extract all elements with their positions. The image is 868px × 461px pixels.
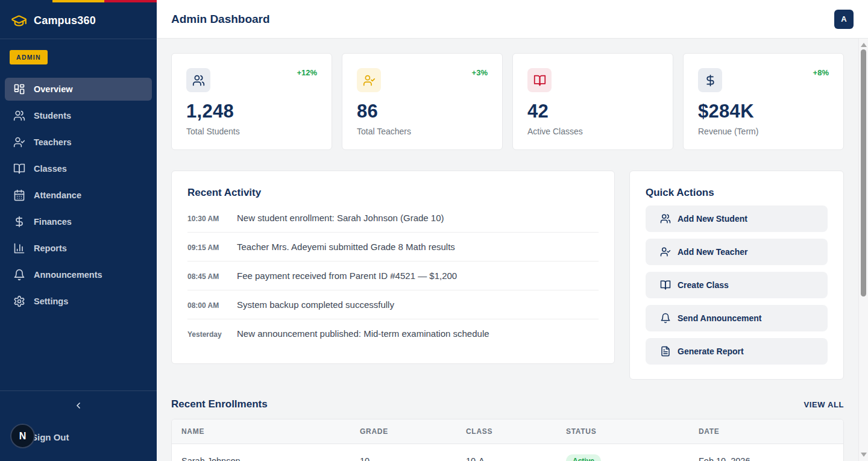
- admin-role-badge: ADMIN: [10, 50, 48, 64]
- enrollments-header: Recent Enrollments VIEW ALL: [171, 398, 844, 410]
- file-text-icon: [660, 346, 671, 357]
- book-open-icon: [660, 280, 671, 290]
- graduation-cap-icon: [11, 13, 27, 29]
- quick-actions-title: Quick Actions: [646, 187, 828, 199]
- main-area: Admin Dashboard A +12% 1,248 Total Stude…: [157, 0, 868, 461]
- stat-label: Revenue (Term): [698, 127, 829, 136]
- stat-change: +3%: [472, 68, 488, 77]
- dashboard-icon: [13, 83, 25, 95]
- activity-text: Fee payment received from Parent ID #452…: [237, 271, 457, 281]
- sidebar-item-attendance[interactable]: Attendance: [5, 184, 152, 207]
- vertical-scrollbar[interactable]: [858, 39, 868, 461]
- column-header-name: NAME: [172, 419, 350, 444]
- column-header-date: DATE: [689, 419, 843, 444]
- add-new-student-button[interactable]: Add New Student: [646, 205, 828, 232]
- sidebar-footer: Sign Out N: [0, 390, 157, 461]
- stat-label: Total Students: [186, 127, 317, 136]
- user-check-icon: [363, 74, 376, 87]
- activity-item: 10:30 AM New student enrollment: Sarah J…: [187, 204, 599, 233]
- calendar-icon: [13, 189, 25, 201]
- bell-icon: [13, 269, 25, 281]
- sidebar-item-settings[interactable]: Settings: [5, 290, 152, 313]
- book-open-icon: [13, 163, 25, 175]
- generate-report-button[interactable]: Generate Report: [646, 338, 828, 365]
- bell-icon: [660, 313, 671, 324]
- stat-value: 86: [357, 101, 488, 122]
- enrollments-table: NAME GRADE CLASS STATUS DATE Sarah Johns…: [172, 419, 843, 461]
- stat-label: Total Teachers: [357, 127, 488, 136]
- sidebar-item-classes[interactable]: Classes: [5, 157, 152, 180]
- sidebar-nav: Overview Students Teachers Classes Atten…: [0, 64, 157, 316]
- stat-card-active-classes: 42 Active Classes: [512, 53, 673, 150]
- sidebar-item-label: Reports: [34, 243, 67, 253]
- quick-action-label: Generate Report: [678, 347, 744, 356]
- column-header-class: CLASS: [456, 419, 556, 444]
- brand-name: Campus360: [34, 14, 96, 27]
- stat-value: 42: [527, 101, 658, 122]
- stat-change: +12%: [297, 68, 317, 77]
- add-new-teacher-button[interactable]: Add New Teacher: [646, 239, 828, 265]
- quick-actions-panel: Quick Actions Add New Student Add New Te…: [629, 171, 844, 380]
- topbar: Admin Dashboard A: [157, 0, 868, 39]
- scrollbar-thumb[interactable]: [861, 49, 866, 296]
- gear-icon: [13, 295, 25, 307]
- users-icon: [192, 74, 205, 87]
- scroll-up-arrow[interactable]: [861, 43, 867, 47]
- recent-activity-panel: Recent Activity 10:30 AM New student enr…: [171, 171, 615, 364]
- cell-status: Active: [556, 444, 689, 461]
- dashboard-content: +12% 1,248 Total Students +3% 86 Total T…: [157, 39, 858, 461]
- activity-item: Yesterday New announcement published: Mi…: [187, 319, 599, 348]
- profile-avatar-button[interactable]: A: [834, 10, 854, 29]
- status-badge: Active: [566, 454, 601, 461]
- stat-card-revenue: +8% $284K Revenue (Term): [683, 53, 844, 150]
- column-header-grade: GRADE: [350, 419, 456, 444]
- sidebar-item-label: Settings: [34, 296, 68, 306]
- stats-grid: +12% 1,248 Total Students +3% 86 Total T…: [171, 53, 844, 150]
- activity-item: 09:15 AM Teacher Mrs. Adeyemi submitted …: [187, 233, 599, 262]
- create-class-button[interactable]: Create Class: [646, 272, 828, 298]
- activity-text: Teacher Mrs. Adeyemi submitted Grade 8 M…: [237, 242, 455, 252]
- activity-text: System backup completed successfully: [237, 299, 394, 310]
- activity-item: 08:45 AM Fee payment received from Paren…: [187, 262, 599, 290]
- table-header-row: NAME GRADE CLASS STATUS DATE: [172, 419, 843, 444]
- activity-item: 08:00 AM System backup completed success…: [187, 290, 599, 319]
- user-check-icon: [660, 246, 671, 257]
- activity-list: 10:30 AM New student enrollment: Sarah J…: [187, 204, 599, 348]
- stat-change: +8%: [813, 68, 829, 77]
- sidebar-item-finances[interactable]: Finances: [5, 210, 152, 233]
- enrollments-table-card: NAME GRADE CLASS STATUS DATE Sarah Johns…: [171, 419, 844, 461]
- stat-card-total-students: +12% 1,248 Total Students: [171, 53, 332, 150]
- cell-date: Feb 10, 2026: [689, 444, 843, 461]
- view-all-link[interactable]: VIEW ALL: [804, 400, 844, 409]
- user-check-icon: [13, 136, 25, 148]
- sidebar-collapse-button[interactable]: [70, 397, 87, 414]
- recent-activity-title: Recent Activity: [187, 187, 599, 199]
- activity-text: New announcement published: Mid-term exa…: [237, 328, 489, 339]
- scroll-down-arrow[interactable]: [861, 453, 867, 457]
- dollar-icon: [704, 74, 717, 87]
- cell-name: Sarah Johnson: [172, 444, 350, 461]
- stat-value: 1,248: [186, 101, 317, 122]
- sidebar-item-label: Finances: [34, 217, 72, 227]
- send-announcement-button[interactable]: Send Announcement: [646, 305, 828, 331]
- user-avatar[interactable]: N: [10, 424, 35, 448]
- sidebar-item-label: Teachers: [34, 137, 72, 147]
- sidebar-item-overview[interactable]: Overview: [5, 78, 152, 101]
- signout-row: Sign Out N: [0, 420, 157, 461]
- stat-value: $284K: [698, 101, 829, 122]
- sidebar-item-label: Overview: [34, 84, 73, 94]
- sidebar: Campus360 ADMIN Overview Students Teache…: [0, 0, 157, 461]
- quick-action-label: Add New Student: [678, 214, 747, 224]
- users-icon: [660, 213, 671, 224]
- stat-label: Active Classes: [527, 127, 658, 136]
- column-header-status: STATUS: [556, 419, 689, 444]
- sidebar-item-teachers[interactable]: Teachers: [5, 131, 152, 154]
- activity-text: New student enrollment: Sarah Johnson (G…: [237, 213, 444, 223]
- quick-action-label: Add New Teacher: [678, 247, 747, 257]
- cell-grade: 10: [350, 444, 456, 461]
- signout-button[interactable]: Sign Out: [31, 432, 69, 442]
- sidebar-item-reports[interactable]: Reports: [5, 237, 152, 260]
- enrollments-title: Recent Enrollments: [171, 398, 268, 410]
- sidebar-item-students[interactable]: Students: [5, 104, 152, 127]
- sidebar-item-announcements[interactable]: Announcements: [5, 263, 152, 286]
